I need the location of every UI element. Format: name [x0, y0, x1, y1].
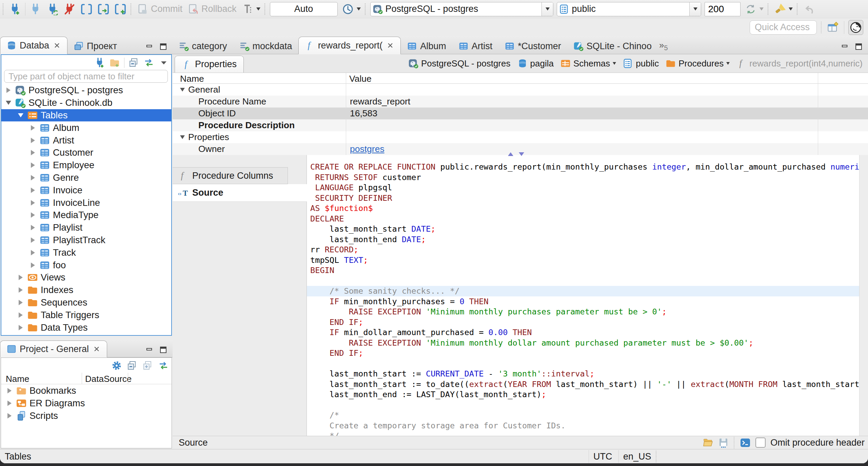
- editor-tab-sqlite-chinoo[interactable]: SQLite - Chinoo: [567, 38, 658, 54]
- close-icon[interactable]: [93, 345, 101, 353]
- code-line[interactable]: RAISE EXCEPTION 'Minimum monthly purchas…: [310, 307, 859, 317]
- source-code-editor[interactable]: CREATE OR REPLACE FUNCTION public.reward…: [307, 155, 859, 436]
- column-divider[interactable]: [818, 73, 818, 155]
- code-line[interactable]: AS $function$: [310, 203, 859, 214]
- tree-item-sqlite-chinook-db[interactable]: SQLite - Chinook.db: [1, 97, 171, 109]
- tree-item-playlisttrack[interactable]: PlaylistTrack: [1, 234, 171, 247]
- code-line[interactable]: DECLARE: [310, 214, 859, 224]
- expand-arrow-icon[interactable]: [31, 138, 35, 143]
- code-line[interactable]: RAISE EXCEPTION 'Minimum monthly dollar …: [310, 338, 859, 348]
- editor-tab-category[interactable]: category: [173, 38, 233, 54]
- tree-item-foo[interactable]: foo: [1, 259, 171, 271]
- open-perspective-button[interactable]: [826, 20, 840, 35]
- column-header-name[interactable]: Name: [180, 74, 204, 84]
- column-header-datasource[interactable]: DataSource: [85, 374, 132, 384]
- property-row-object-id[interactable]: Object ID16,583: [173, 108, 868, 119]
- project-item-bookmarks[interactable]: Bookmarks: [1, 384, 172, 397]
- close-icon[interactable]: [53, 41, 61, 50]
- active-schema-combo[interactable]: public: [557, 2, 701, 16]
- code-line[interactable]: [310, 276, 859, 286]
- property-row-properties[interactable]: Properties: [173, 131, 868, 143]
- refresh-button[interactable]: [744, 2, 764, 17]
- property-row-procedure-description[interactable]: Procedure Description: [173, 119, 868, 131]
- tree-item-invoiceline[interactable]: InvoiceLine: [1, 196, 171, 209]
- tree-item-indexes[interactable]: Indexes: [1, 284, 171, 296]
- save-to-file-icon[interactable]: [718, 437, 729, 448]
- code-line[interactable]: IF min_dollar_amount_purchased = 0.00 TH…: [310, 327, 859, 338]
- expand-arrow-icon[interactable]: [31, 162, 35, 168]
- expand-arrow-icon[interactable]: [31, 237, 35, 243]
- editor-tab-artist[interactable]: Artist: [452, 38, 499, 54]
- property-row-procedure-name[interactable]: Procedure Namerewards_report: [173, 96, 868, 108]
- code-line[interactable]: IF min_monthly_purchases = 0 THEN: [310, 296, 859, 307]
- new-folder-icon[interactable]: [109, 57, 120, 68]
- omit-procedure-header-checkbox[interactable]: [755, 438, 766, 448]
- collapse-arrow-icon[interactable]: [18, 113, 23, 117]
- active-connection-combo[interactable]: PostgreSQL - postgres: [370, 2, 553, 16]
- expand-arrow-icon[interactable]: [19, 300, 23, 305]
- code-line[interactable]: tmpSQL TEXT;: [310, 255, 859, 266]
- column-divider[interactable]: [128, 373, 128, 384]
- code-line[interactable]: last_month_start := to_date((extract(YEA…: [310, 379, 859, 390]
- project-item-er-diagrams[interactable]: ER Diagrams: [1, 397, 172, 409]
- open-sql-script-button[interactable]: [97, 2, 110, 17]
- tree-item-playlist[interactable]: Playlist: [1, 221, 171, 234]
- view-menu-icon[interactable]: [158, 57, 169, 68]
- status-locale[interactable]: en_US: [623, 451, 651, 462]
- dbeaver-perspective-button[interactable]: [848, 20, 863, 35]
- dropdown-arrow-icon[interactable]: [726, 62, 730, 65]
- expand-all-icon[interactable]: [142, 360, 153, 371]
- expand-arrow-icon[interactable]: [31, 175, 35, 180]
- close-icon[interactable]: [386, 41, 394, 50]
- link-with-editor-icon[interactable]: [158, 360, 169, 371]
- dropdown-arrow-icon[interactable]: [613, 62, 616, 65]
- breadcrumb-item-public[interactable]: public: [623, 58, 659, 69]
- tree-item-album[interactable]: Album: [1, 121, 171, 134]
- commit-mode-combo[interactable]: Auto: [270, 2, 338, 16]
- splitter-toggle[interactable]: [508, 152, 524, 156]
- breadcrumb-item-procedures[interactable]: Procedures: [666, 58, 730, 69]
- splitter-down-icon[interactable]: [519, 152, 524, 156]
- tree-item-data-types[interactable]: Data Types: [1, 321, 171, 334]
- commit-button[interactable]: Commit: [136, 2, 183, 17]
- code-line[interactable]: */: [310, 431, 859, 436]
- new-sql-editor-button[interactable]: [80, 2, 93, 17]
- code-line[interactable]: [310, 400, 859, 410]
- code-line[interactable]: [310, 358, 859, 369]
- code-line-current[interactable]: /* Some sanity checks... */: [307, 286, 859, 296]
- code-line[interactable]: END IF;: [310, 348, 859, 358]
- open-in-sql-console-icon[interactable]: [740, 437, 751, 448]
- expand-arrow-icon[interactable]: [31, 200, 35, 206]
- tree-item-invoice[interactable]: Invoice: [1, 184, 171, 196]
- collapse-arrow-icon[interactable]: [6, 101, 11, 105]
- tab-projects[interactable]: Проект: [67, 38, 123, 54]
- property-value-link[interactable]: postgres: [350, 144, 384, 154]
- maximize-icon[interactable]: [159, 345, 168, 354]
- tree-item-customer[interactable]: Customer: [1, 147, 171, 159]
- breadcrumb-item-postgresql-postgres[interactable]: PostgreSQL - postgres: [408, 58, 511, 69]
- editor-tab-customer[interactable]: *Customer: [498, 38, 567, 54]
- tree-item-table-triggers[interactable]: Table Triggers: [1, 309, 171, 321]
- maximize-icon[interactable]: [854, 42, 863, 51]
- gear-icon[interactable]: [111, 360, 122, 371]
- disconnect-button[interactable]: [63, 2, 76, 17]
- expand-arrow-icon[interactable]: [19, 275, 23, 280]
- status-timezone[interactable]: UTC: [593, 451, 612, 462]
- code-line[interactable]: /*: [310, 410, 859, 421]
- tree-item-genre[interactable]: Genre: [1, 172, 171, 184]
- expand-arrow-icon[interactable]: [31, 250, 35, 255]
- tab-database-navigator[interactable]: Databa: [0, 37, 67, 54]
- tree-item-sequences[interactable]: Sequences: [1, 296, 171, 309]
- subtab-procedure-columns[interactable]: fProcedure Columns: [173, 167, 288, 184]
- transaction-log-button[interactable]: [241, 2, 261, 17]
- collapse-all-icon[interactable]: [127, 360, 138, 371]
- code-line[interactable]: CREATE OR REPLACE FUNCTION public.reward…: [310, 162, 859, 172]
- link-with-editor-icon[interactable]: [143, 57, 154, 68]
- breadcrumb-item-schemas[interactable]: Schemas: [560, 58, 616, 69]
- editor-tab-album[interactable]: Album: [401, 38, 452, 54]
- object-filter-input[interactable]: [4, 70, 168, 83]
- expand-arrow-icon[interactable]: [6, 88, 11, 93]
- code-line[interactable]: rr RECORD;: [310, 245, 859, 255]
- minimize-icon[interactable]: [840, 42, 849, 51]
- breadcrumb-item-pagila[interactable]: pagila: [517, 58, 554, 69]
